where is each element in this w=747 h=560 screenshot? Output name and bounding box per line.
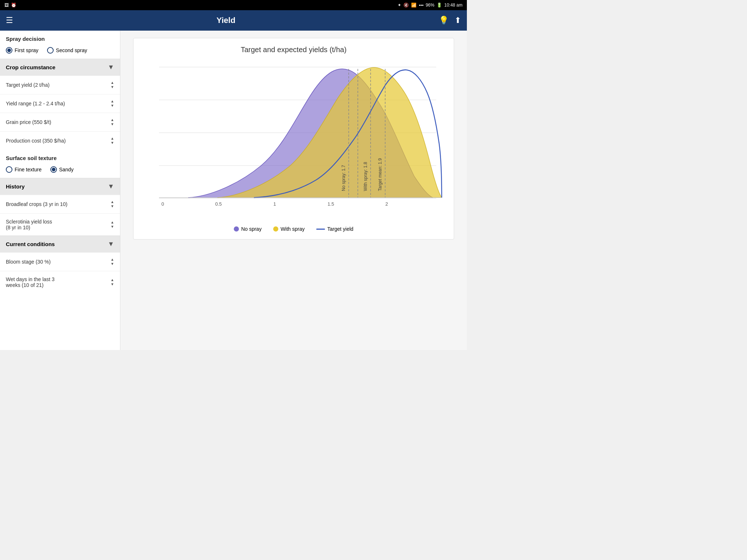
- production-cost-label: Production cost (350 $/ha): [6, 138, 66, 144]
- share-icon[interactable]: ⬆: [454, 16, 461, 25]
- current-conditions-label: Current conditions: [6, 241, 55, 247]
- bloom-stage-row: Bloom stage (30 %) ▲▼: [0, 252, 120, 271]
- chart-svg: No spray: 1.7 With spray: 1.8 Target mea…: [144, 60, 443, 222]
- x-label-2: 2: [385, 201, 388, 207]
- legend-with-spray: With spray: [273, 226, 305, 232]
- alarm-icon: ⏰: [11, 3, 16, 8]
- grain-price-label: Grain price (550 $/t): [6, 119, 51, 125]
- grain-price-stepper[interactable]: ▲▼: [111, 118, 114, 126]
- first-spray-option[interactable]: First spray: [6, 47, 38, 54]
- current-conditions-chevron: ▼: [108, 240, 114, 248]
- sandy-option[interactable]: Sandy: [50, 166, 74, 173]
- fine-texture-radio[interactable]: [6, 166, 12, 173]
- crop-circumstance-header[interactable]: Crop circumstance ▼: [0, 59, 120, 75]
- battery-percent: 96%: [426, 3, 434, 8]
- target-mean-annotation: Target mean: 1.9: [378, 158, 383, 191]
- wet-days-label: Wet days in the last 3 weeks (10 of 21): [6, 276, 55, 288]
- current-conditions-header[interactable]: Current conditions ▼: [0, 236, 120, 252]
- chart-title: Target and expected yields (t/ha): [144, 46, 443, 54]
- sclerotinia-label: Sclerotinia yield loss (8 yr in 10): [6, 219, 52, 230]
- wifi-icon: 📶: [411, 3, 417, 8]
- second-spray-option[interactable]: Second spray: [47, 47, 87, 54]
- bluetooth-icon: ✦: [398, 3, 401, 8]
- sclerotinia-stepper[interactable]: ▲▼: [111, 221, 114, 229]
- legend-with-spray-dot: [273, 226, 278, 232]
- no-spray-annotation: No spray: 1.7: [341, 165, 346, 191]
- sandy-label: Sandy: [59, 167, 74, 172]
- legend-target-yield: Target yield: [316, 226, 353, 232]
- sclerotinia-row: Sclerotinia yield loss (8 yr in 10) ▲▼: [0, 213, 120, 236]
- spray-decision-radio-group: First spray Second spray: [0, 46, 120, 59]
- bloom-stage-stepper[interactable]: ▲▼: [111, 258, 114, 266]
- legend-no-spray-label: No spray: [241, 226, 262, 232]
- x-label-1: 1: [273, 201, 276, 207]
- chart-area: Target and expected yields (t/ha): [120, 31, 467, 350]
- crop-circumstance-chevron: ▼: [108, 63, 114, 71]
- history-label: History: [6, 183, 25, 190]
- legend-target-yield-line: [316, 229, 325, 230]
- chart-container: Target and expected yields (t/ha): [133, 38, 454, 240]
- broadleaf-crops-stepper[interactable]: ▲▼: [111, 200, 114, 208]
- fine-texture-option[interactable]: Fine texture: [6, 166, 42, 173]
- yield-range-row: Yield range (1.2 - 2.4 t/ha) ▲▼: [0, 94, 120, 113]
- target-yield-stepper[interactable]: ▲▼: [111, 81, 114, 89]
- grain-price-row: Grain price (550 $/t) ▲▼: [0, 113, 120, 131]
- app-bar-icons: 💡 ⬆: [439, 16, 461, 25]
- x-label-05: 0.5: [215, 201, 222, 207]
- soil-texture-header: Surface soil texture: [0, 150, 120, 165]
- history-header[interactable]: History ▼: [0, 178, 120, 195]
- sandy-radio[interactable]: [50, 166, 57, 173]
- x-label-15: 1.5: [328, 201, 334, 207]
- lightbulb-icon[interactable]: 💡: [439, 16, 449, 25]
- legend-no-spray-dot: [234, 226, 239, 232]
- legend-with-spray-label: With spray: [280, 226, 305, 232]
- production-cost-stepper[interactable]: ▲▼: [111, 137, 114, 145]
- wet-days-stepper[interactable]: ▲▼: [111, 278, 114, 286]
- status-bar: 🖼 ⏰ ✦ 🔇 📶 ▪▪▪ 96% 🔋 10:48 am: [0, 0, 467, 10]
- yield-range-label: Yield range (1.2 - 2.4 t/ha): [6, 101, 65, 106]
- fine-texture-label: Fine texture: [15, 167, 42, 172]
- second-spray-radio[interactable]: [47, 47, 54, 54]
- soil-texture-radio-group: Fine texture Sandy: [0, 165, 120, 178]
- production-cost-row: Production cost (350 $/ha) ▲▼: [0, 131, 120, 150]
- app-title: Yield: [13, 16, 439, 25]
- status-left: 🖼 ⏰: [4, 3, 16, 8]
- clock: 10:48 am: [444, 3, 462, 8]
- app-bar: ☰ Yield 💡 ⬆: [0, 10, 467, 31]
- broadleaf-crops-label: Broadleaf crops (3 yr in 10): [6, 201, 67, 207]
- signal-icon: ▪▪▪: [419, 3, 423, 8]
- main-layout: Spray decision First spray Second spray …: [0, 31, 467, 350]
- with-spray-annotation: With spray: 1.8: [363, 162, 368, 191]
- target-yield-label: Target yield (2 t/ha): [6, 82, 50, 88]
- spray-decision-header: Spray decision: [0, 31, 120, 46]
- legend-no-spray: No spray: [234, 226, 262, 232]
- crop-circumstance-label: Crop circumstance: [6, 64, 55, 70]
- menu-button[interactable]: ☰: [6, 16, 13, 25]
- first-spray-radio[interactable]: [6, 47, 12, 54]
- second-spray-label: Second spray: [56, 47, 87, 53]
- mute-icon: 🔇: [403, 3, 409, 8]
- status-right: ✦ 🔇 📶 ▪▪▪ 96% 🔋 10:48 am: [398, 3, 462, 8]
- sidebar: Spray decision First spray Second spray …: [0, 31, 120, 350]
- legend-target-yield-label: Target yield: [327, 226, 353, 232]
- target-yield-row: Target yield (2 t/ha) ▲▼: [0, 75, 120, 94]
- first-spray-label: First spray: [15, 47, 38, 53]
- photo-icon: 🖼: [4, 3, 9, 8]
- yield-range-stepper[interactable]: ▲▼: [111, 100, 114, 108]
- bloom-stage-label: Bloom stage (30 %): [6, 259, 51, 265]
- history-chevron: ▼: [108, 183, 114, 190]
- chart-legend: No spray With spray Target yield: [144, 226, 443, 232]
- wet-days-row: Wet days in the last 3 weeks (10 of 21) …: [0, 271, 120, 293]
- battery-icon: 🔋: [437, 3, 442, 8]
- x-label-0: 0: [161, 201, 164, 207]
- broadleaf-crops-row: Broadleaf crops (3 yr in 10) ▲▼: [0, 195, 120, 213]
